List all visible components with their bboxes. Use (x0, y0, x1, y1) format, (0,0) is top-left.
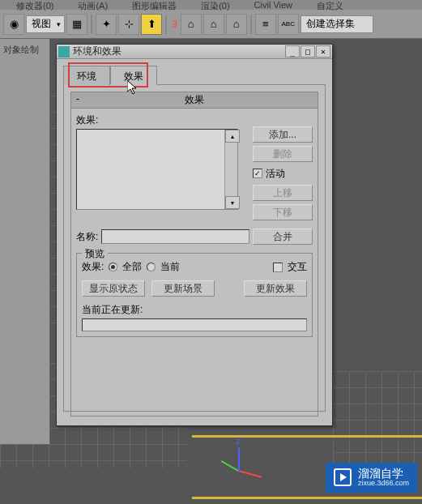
updating-status (82, 318, 307, 331)
toolbar-btn[interactable]: ≡ (255, 14, 276, 35)
updating-label: 当前正在更新: (82, 303, 307, 317)
name-input[interactable] (101, 229, 249, 244)
top-menu-bar: 修改器(0) 动画(A) 图形编辑器 渲染(0) Civil View 自定义 (0, 0, 422, 10)
app-icon (58, 46, 70, 58)
effect-scope-label: 效果: (82, 260, 104, 274)
effects-listbox[interactable] (76, 129, 238, 210)
play-icon (334, 468, 352, 486)
menu-item[interactable]: 渲染(0) (201, 0, 229, 10)
scrollbar[interactable] (224, 130, 237, 209)
delete-button[interactable]: 删除 (253, 146, 313, 162)
menu-item[interactable]: Civil View (254, 0, 292, 10)
toolbar-btn[interactable]: ⌂ (181, 14, 202, 35)
count-indicator: 3 (172, 19, 177, 30)
dialog-title-bar[interactable]: 环境和效果 _ □ ✕ (57, 45, 332, 59)
menu-item[interactable]: 修改器(0) (16, 0, 53, 10)
maximize-button[interactable]: □ (301, 45, 315, 58)
show-original-button[interactable]: 显示原状态 (82, 280, 145, 297)
dialog-title: 环境和效果 (73, 45, 285, 58)
menu-item[interactable]: 动画(A) (78, 0, 108, 10)
move-up-button[interactable]: 上移 (253, 185, 313, 201)
rollup-header-effects[interactable]: 效果 (70, 92, 318, 109)
toolbar-btn-active[interactable]: ⬆ (141, 14, 162, 35)
watermark: 溜溜自学 zixue.3d66.com (326, 463, 417, 493)
tab-effects[interactable]: 效果 (110, 66, 157, 85)
toolbar-btn[interactable]: ✦ (96, 14, 117, 35)
interactive-checkbox[interactable] (273, 263, 283, 272)
radio-all[interactable] (109, 263, 117, 271)
interactive-label: 交互 (288, 260, 307, 274)
toolbar-btn[interactable]: ▦ (66, 14, 87, 35)
watermark-url: zixue.3d66.com (358, 480, 409, 488)
toolbar-btn[interactable]: ABC (278, 14, 299, 35)
active-checkbox[interactable]: ✓ (253, 169, 262, 178)
toolbar-btn[interactable]: ⌂ (226, 14, 247, 35)
preview-group: 预览 效果: 全部 当前 交互 显示原状态 (76, 253, 313, 337)
radio-all-label: 全部 (122, 260, 142, 274)
preview-group-label: 预览 (82, 247, 108, 261)
move-down-button[interactable]: 下移 (253, 204, 313, 220)
sphere-tool-icon[interactable]: ◉ (3, 14, 24, 35)
environment-effects-dialog: 环境和效果 _ □ ✕ 环境 效果 效果 效果: (56, 44, 333, 426)
radio-current-label: 当前 (160, 260, 180, 274)
radio-current[interactable] (147, 263, 156, 271)
tab-content: 效果 效果: 添加... 删除 ✓ 活动 (63, 84, 326, 412)
update-scene-button[interactable]: 更新场景 (151, 280, 215, 297)
effects-list-label: 效果: (76, 113, 246, 127)
close-button[interactable]: ✕ (316, 45, 330, 58)
minimize-button[interactable]: _ (285, 45, 300, 58)
left-panel-label: 对象绘制 (2, 41, 48, 59)
tab-environment[interactable]: 环境 (63, 66, 110, 85)
menu-item[interactable]: 图形编辑器 (132, 0, 177, 10)
main-toolbar: ◉ 视图 ▦ ✦ ⊹ ⬆ 3 ⌂ ⌂ ⌂ ≡ ABC 创建选择集 (0, 10, 422, 39)
left-panel: 对象绘制 (0, 39, 50, 444)
tab-bar: 环境 效果 (63, 66, 326, 85)
name-label: 名称: (76, 230, 98, 244)
axis-gizmo[interactable] (222, 433, 271, 481)
active-label: 活动 (266, 167, 285, 181)
toolbar-btn[interactable]: ⊹ (118, 14, 139, 35)
merge-button[interactable]: 合并 (253, 229, 313, 245)
toolbar-btn[interactable]: ⌂ (203, 14, 224, 35)
create-selection-set-dropdown[interactable]: 创建选择集 (301, 15, 373, 33)
watermark-title: 溜溜自学 (358, 468, 409, 480)
menu-item[interactable]: 自定义 (317, 0, 343, 10)
update-effect-button[interactable]: 更新效果 (244, 280, 307, 297)
view-dropdown[interactable]: 视图 (26, 15, 65, 33)
add-button[interactable]: 添加... (253, 126, 313, 143)
